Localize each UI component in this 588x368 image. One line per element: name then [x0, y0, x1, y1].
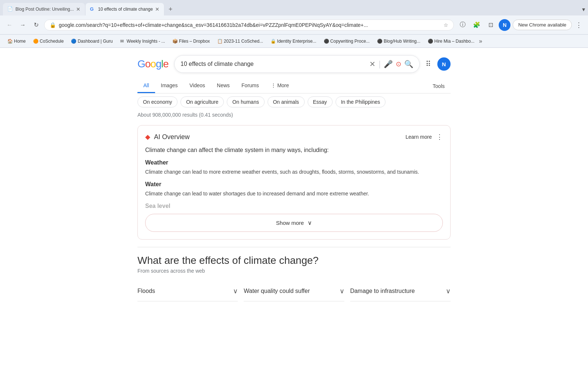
search-button[interactable]: 🔍 [404, 60, 413, 68]
accordion-item-floods[interactable]: Floods ∨ [137, 281, 238, 301]
cosched-icon: 📋 [217, 39, 222, 44]
extension-icon[interactable]: 🧩 [471, 19, 483, 31]
tab-bar: 📄 Blog Post Outline: Unveiling... ✕ G 10… [0, 0, 588, 15]
tab-forums[interactable]: Forums [236, 79, 265, 93]
browser-chrome: 📄 Blog Post Outline: Unveiling... ✕ G 10… [0, 0, 588, 48]
tab-dropdown[interactable]: ▾ [582, 6, 585, 13]
accordion-item-infrastructure[interactable]: Damage to infrastructure ∨ [350, 281, 451, 301]
profile-button[interactable]: N [499, 19, 510, 31]
accordion-infrastructure-label: Damage to infrastructure [350, 288, 415, 294]
url-text: google.com/search?q=10+effects+of+climat… [59, 22, 441, 28]
ai-intro-text: Climate change can affect the climate sy… [145, 147, 443, 153]
ai-sealevel-title: Sea level [145, 203, 443, 209]
mic-icon[interactable]: 🎤 [384, 60, 393, 68]
ai-water-text: Climate change can lead to water shortag… [145, 190, 443, 198]
ai-header-right: Learn more ⋮ [405, 133, 443, 141]
url-bar[interactable]: 🔒 google.com/search?q=10+effects+of+clim… [44, 20, 454, 31]
ai-overview: ◆ AI Overview Learn more ⋮ Climate chang… [137, 125, 451, 240]
bookmark-guru[interactable]: 🔵 Dashboard | Guru [68, 37, 115, 45]
tab-news[interactable]: News [211, 79, 236, 93]
browser-menu-button[interactable]: ⋮ [574, 20, 584, 31]
bookmark-bloghub-label: Blog/Hub Writing... [384, 39, 420, 44]
info-icon[interactable]: ⓘ [457, 19, 469, 31]
tab-blog-post[interactable]: 📄 Blog Post Outline: Unveiling... ✕ [3, 3, 85, 15]
chip-essay[interactable]: Essay [308, 96, 333, 107]
bookmark-hiremia-label: Hire Mia – Dashbo... [434, 39, 474, 44]
chip-philippines[interactable]: In the Philippines [336, 96, 386, 107]
mail-icon: ✉ [120, 39, 125, 44]
chip-economy[interactable]: On economy [137, 96, 178, 107]
lens-icon[interactable]: ⊙ [396, 60, 401, 68]
ai-gem-icon: ◆ [145, 133, 150, 141]
chip-agriculture[interactable]: On agriculture [180, 96, 224, 107]
tab-videos[interactable]: Videos [183, 79, 211, 93]
chips-row: On economy On agriculture On humans On a… [137, 96, 451, 107]
address-bar: ← → ↻ 🔒 google.com/search?q=10+effects+o… [0, 15, 588, 35]
chip-animals[interactable]: On animals [268, 96, 305, 107]
coschedule-icon: 🟠 [33, 39, 38, 44]
new-chrome-button[interactable]: New Chrome available [513, 20, 572, 30]
clear-icon[interactable]: ✕ [369, 60, 376, 68]
web-section: What are the effects of climate change? … [137, 255, 451, 301]
bookmark-hiremia[interactable]: ⚫ Hire Mia – Dashbo... [425, 37, 477, 45]
accordion-item-water-quality[interactable]: Water quality could suffer ∨ [244, 281, 344, 301]
apps-icon[interactable]: ⠿ [426, 60, 431, 68]
dropbox-icon: 📦 [172, 39, 178, 44]
bookmark-bloghub[interactable]: ⚫ Blog/Hub Writing... [374, 37, 423, 45]
tab-icon-blog: 📄 [7, 6, 13, 12]
bookmark-weekly-insights[interactable]: ✉ Weekly Insights - ... [117, 37, 168, 45]
tab-all[interactable]: All [137, 79, 155, 93]
home-bookmark-icon: 🏠 [7, 39, 12, 44]
bookmark-guru-label: Dashboard | Guru [78, 39, 112, 44]
header-right: ⠿ N [426, 57, 451, 71]
bookmark-coschedule-label: CoSchedule [40, 39, 64, 44]
search-icons: ✕ | 🎤 ⊙ 🔍 [369, 59, 413, 69]
tab-icon-google: G [90, 6, 96, 12]
refresh-button[interactable]: ↻ [31, 20, 41, 30]
ai-more-button[interactable]: ⋮ [436, 133, 443, 141]
show-more-chevron: ∨ [308, 219, 312, 226]
address-actions: ⓘ 🧩 ⊡ N New Chrome available ⋮ [457, 19, 584, 31]
chip-humans[interactable]: On humans [227, 96, 264, 107]
web-section-title: What are the effects of climate change? [137, 255, 451, 266]
tools-button[interactable]: Tools [427, 79, 451, 93]
show-more-button[interactable]: Show more ∨ [145, 214, 443, 232]
tab-close-climate[interactable]: ✕ [155, 6, 159, 12]
bookmarks-more-icon[interactable]: » [479, 38, 482, 45]
tab-images[interactable]: Images [155, 79, 184, 93]
tab-title-blog: Blog Post Outline: Unveiling... [15, 7, 74, 12]
tab-close-blog[interactable]: ✕ [76, 6, 80, 12]
learn-more-link[interactable]: Learn more [405, 134, 432, 140]
accordion-infrastructure-chevron: ∨ [446, 287, 451, 295]
bookmark-cosched2023[interactable]: 📋 2023-11 CoSched... [214, 37, 266, 45]
bookmark-copywriting[interactable]: ⚫ Copywriting Proce... [321, 37, 373, 45]
bookmarks-bar: 🏠 Home 🟠 CoSchedule 🔵 Dashboard | Guru ✉… [0, 35, 588, 48]
tab-title-climate: 10 effects of climate change [98, 7, 153, 12]
bookmark-identity[interactable]: 🔒 Identity Enterprise... [268, 37, 319, 45]
accordion-waterquality-label: Water quality could suffer [244, 288, 310, 294]
tab-climate[interactable]: G 10 effects of climate change ✕ [86, 3, 164, 15]
show-more-label: Show more [276, 220, 304, 226]
user-avatar[interactable]: N [437, 57, 451, 71]
split-view-icon[interactable]: ⊡ [485, 19, 496, 31]
bookmark-home[interactable]: 🏠 Home [4, 37, 29, 45]
ai-section-weather: Weather Climate change can lead to more … [145, 159, 443, 176]
bookmark-coschedule[interactable]: 🟠 CoSchedule [30, 37, 67, 45]
google-logo: Google [137, 58, 168, 70]
ai-overview-title: AI Overview [154, 133, 190, 141]
bookmark-identity-label: Identity Enterprise... [277, 39, 316, 44]
new-tab-button[interactable]: + [165, 3, 176, 15]
lock-icon: 🔒 [50, 22, 56, 28]
tab-more[interactable]: ⋮ More [265, 79, 295, 93]
bloghub-icon: ⚫ [377, 39, 382, 44]
copywriting-icon: ⚫ [324, 39, 329, 44]
page-content: Google ✕ | 🎤 ⊙ 🔍 ⠿ N All Images Vide [0, 48, 588, 368]
bookmark-home-label: Home [14, 39, 26, 44]
bookmark-dropbox[interactable]: 📦 Files – Dropbox [169, 37, 213, 45]
bookmark-dropbox-label: Files – Dropbox [179, 39, 210, 44]
search-input[interactable] [180, 61, 366, 67]
search-bar[interactable]: ✕ | 🎤 ⊙ 🔍 [174, 55, 420, 73]
back-button[interactable]: ← [4, 20, 15, 30]
forward-button[interactable]: → [18, 20, 28, 30]
star-icon[interactable]: ☆ [444, 22, 448, 28]
